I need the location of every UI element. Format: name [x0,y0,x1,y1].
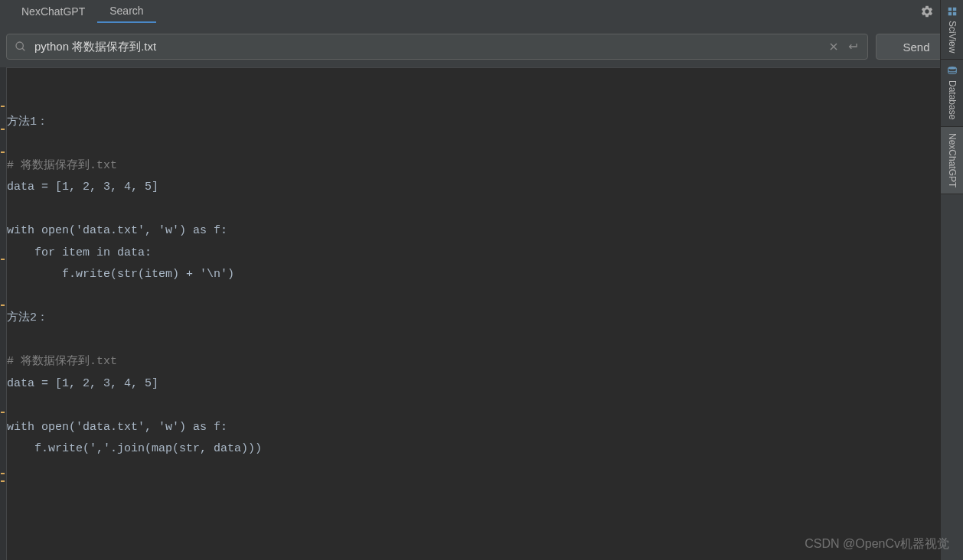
tab-search[interactable]: Search [97,0,155,23]
sidebar-label: SciView [947,21,958,53]
watermark: CSDN @OpenCv机器视觉 [805,536,949,552]
method2-comment: # 将数据保存到.txt [7,355,117,368]
code-line: data = [1, 2, 3, 4, 5] [7,377,158,390]
database-icon [947,66,958,77]
tab-nexchatgpt[interactable]: NexChatGPT [9,0,97,23]
svg-rect-8 [952,12,955,15]
sidebar-label: Database [947,80,958,119]
sciview-icon [947,6,958,17]
clear-icon[interactable] [828,41,840,53]
svg-point-9 [948,67,956,70]
code-line: for item in data: [7,246,152,259]
top-bar: NexChatGPT Search [0,0,963,23]
method2-label: 方法2： [7,311,48,324]
svg-rect-7 [948,12,951,15]
code-line: data = [1, 2, 3, 4, 5] [7,181,158,194]
svg-line-2 [22,48,24,50]
sidebar-item-nexchatgpt[interactable]: NexChatGPT [941,127,963,194]
svg-rect-5 [948,8,951,11]
svg-point-1 [16,42,23,49]
right-sidebar: SciView Database NexChatGPT [940,0,963,560]
code-line: with open('data.txt', 'w') as f: [7,224,227,237]
sidebar-item-database[interactable]: Database [941,60,963,126]
method1-label: 方法1： [7,116,48,129]
sidebar-item-sciview[interactable]: SciView [941,0,963,60]
gutter [0,67,6,560]
response-content: 方法1： # 将数据保存到.txt data = [1, 2, 3, 4, 5]… [6,67,963,560]
search-input[interactable] [34,41,820,54]
code-line: f.write(str(item) + '\n') [7,268,234,281]
search-icon [15,41,27,53]
code-line: f.write(','.join(map(str, data))) [7,442,262,455]
sidebar-label: NexChatGPT [947,133,958,187]
svg-rect-6 [952,8,955,11]
return-icon[interactable] [847,41,860,53]
code-line: with open('data.txt', 'w') as f: [7,421,227,434]
method1-comment: # 将数据保存到.txt [7,159,117,172]
search-bar-row: Send [0,23,963,67]
search-input-container [6,34,868,60]
gear-icon[interactable] [920,5,934,18]
main-area: 方法1： # 将数据保存到.txt data = [1, 2, 3, 4, 5]… [0,67,963,560]
